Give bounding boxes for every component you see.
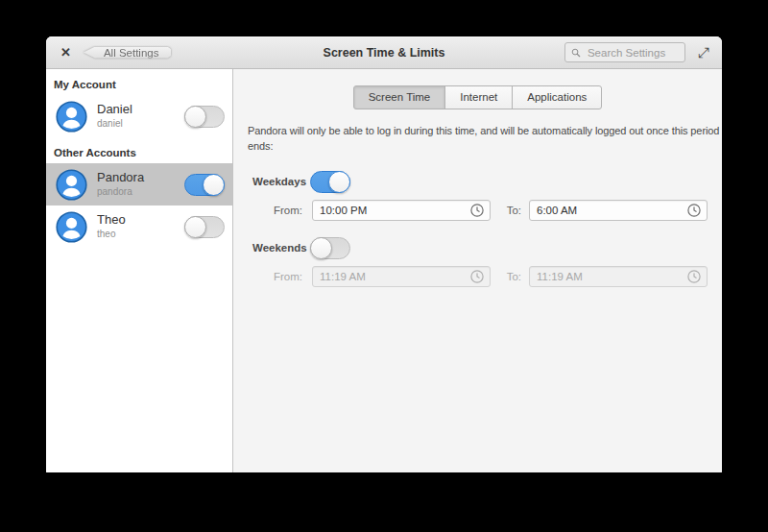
weekends-to-label: To: — [491, 271, 529, 282]
weekdays-to-input[interactable] — [529, 200, 708, 221]
weekdays-to-label: To: — [491, 205, 529, 216]
weekdays-from-input[interactable] — [312, 200, 491, 221]
pandora-limits-toggle[interactable] — [184, 174, 225, 196]
weekdays-label: Weekdays — [252, 176, 310, 187]
user-username: pandora — [97, 186, 144, 198]
weekends-row: Weekends — [248, 237, 722, 259]
weekdays-from-field — [312, 200, 491, 221]
user-name: Pandora — [97, 171, 144, 185]
expand-icon[interactable]: ⤢ — [698, 45, 709, 60]
avatar — [56, 211, 87, 243]
toggle-knob — [310, 237, 332, 259]
clock-icon[interactable] — [469, 203, 485, 218]
search-icon — [571, 47, 581, 59]
theo-limits-toggle[interactable] — [184, 216, 225, 238]
tab-internet[interactable]: Internet — [444, 85, 513, 109]
my-account-header: My Account — [46, 69, 232, 95]
screen-time-description: Pandora will only be able to log in duri… — [248, 124, 722, 155]
accounts-sidebar: My Account Daniel daniel Other Accounts — [46, 69, 233, 472]
user-username: daniel — [97, 118, 132, 130]
weekends-from-field — [312, 266, 491, 287]
all-settings-button-label: All Settings — [84, 47, 172, 59]
clock-icon[interactable] — [469, 269, 485, 284]
mode-tabs: Screen Time Internet Applications — [248, 85, 708, 109]
headerbar: ✕ All Settings Screen Time & Limits ⤢ — [46, 36, 722, 69]
weekends-toggle[interactable] — [310, 237, 350, 259]
weekdays-to-field — [529, 200, 708, 221]
all-settings-button[interactable]: All Settings — [84, 42, 172, 63]
weekends-to-field — [529, 266, 708, 287]
weekends-time-row: From: To: — [248, 266, 722, 287]
search-field[interactable] — [564, 42, 685, 62]
clock-icon[interactable] — [686, 203, 702, 218]
avatar — [56, 169, 87, 201]
tab-screen-time[interactable]: Screen Time — [353, 85, 446, 109]
daniel-limits-toggle[interactable] — [184, 106, 225, 128]
sidebar-item-theo[interactable]: Theo theo — [46, 206, 232, 248]
weekends-from-input[interactable] — [312, 266, 491, 287]
toggle-knob — [184, 216, 206, 238]
weekends-label: Weekends — [252, 242, 310, 254]
toggle-knob — [328, 171, 350, 193]
screen-time-pane: Screen Time Internet Applications Pandor… — [233, 69, 722, 472]
weekends-to-input[interactable] — [529, 266, 708, 287]
weekdays-from-label: From: — [248, 205, 312, 216]
toggle-knob — [184, 106, 206, 128]
close-icon[interactable]: ✕ — [60, 46, 71, 59]
toggle-knob — [203, 174, 225, 196]
settings-window: ✕ All Settings Screen Time & Limits ⤢ My… — [46, 36, 722, 472]
user-name: Theo — [97, 213, 126, 228]
weekdays-toggle[interactable] — [310, 171, 350, 193]
weekdays-time-row: From: To: — [248, 200, 722, 221]
sidebar-item-pandora[interactable]: Pandora pandora — [46, 163, 232, 206]
user-username: theo — [97, 229, 126, 240]
weekends-from-label: From: — [248, 271, 312, 282]
weekdays-row: Weekdays — [248, 171, 722, 193]
sidebar-item-daniel[interactable]: Daniel daniel — [46, 95, 232, 137]
clock-icon[interactable] — [686, 269, 702, 284]
search-input[interactable] — [586, 46, 679, 60]
user-name: Daniel — [97, 103, 132, 117]
other-accounts-header: Other Accounts — [46, 137, 232, 163]
avatar — [56, 101, 87, 133]
tab-applications[interactable]: Applications — [512, 85, 602, 109]
